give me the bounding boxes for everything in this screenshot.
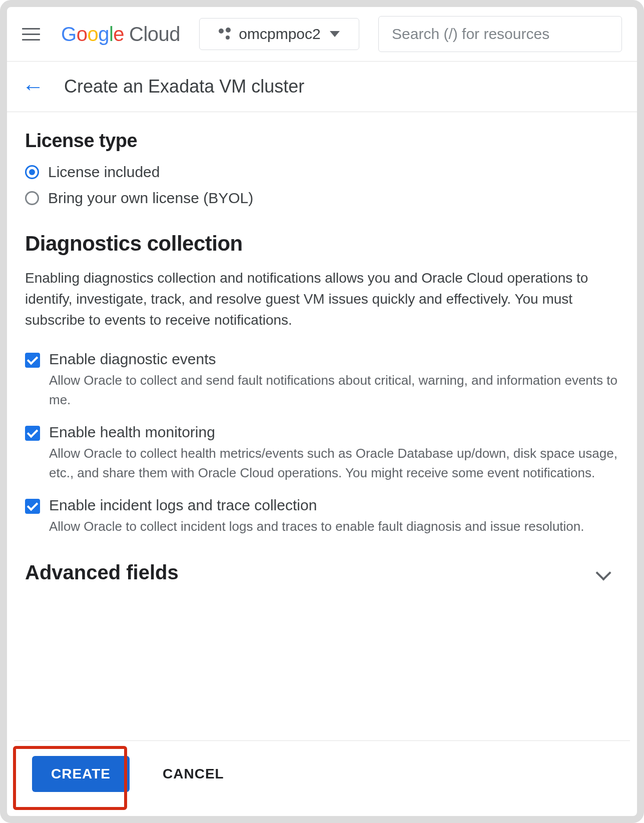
logo-letter: o (87, 23, 98, 45)
advanced-fields-expander[interactable]: Advanced fields (25, 561, 619, 584)
logo-letter: o (77, 23, 88, 45)
checkbox-icon (25, 499, 40, 514)
checkbox-label: Enable health monitoring (49, 424, 619, 441)
diagnostics-description: Enabling diagnostics collection and noti… (25, 268, 619, 331)
page-title: Create an Exadata VM cluster (64, 76, 304, 97)
logo-letter: G (61, 23, 77, 45)
diagnostics-heading: Diagnostics collection (25, 232, 619, 256)
radio-label: Bring your own license (BYOL) (48, 190, 253, 207)
checkbox-sublabel: Allow Oracle to collect health metrics/e… (49, 444, 619, 483)
create-button[interactable]: CREATE (32, 756, 130, 792)
menu-icon[interactable] (22, 24, 42, 44)
logo-letter: g (98, 23, 109, 45)
checkbox-label: Enable incident logs and trace collectio… (49, 497, 584, 514)
checkbox-sublabel: Allow Oracle to collect incident logs an… (49, 517, 584, 536)
logo-letter: e (113, 23, 124, 45)
radio-label: License included (48, 164, 160, 181)
page-header: ← Create an Exadata VM cluster (7, 62, 637, 112)
radio-icon (25, 191, 39, 205)
logo-letter: l (109, 23, 113, 45)
license-radio-group: License included Bring your own license … (25, 164, 619, 207)
radio-byol[interactable]: Bring your own license (BYOL) (25, 190, 619, 207)
google-cloud-logo[interactable]: Google Cloud (61, 23, 180, 46)
project-icon (219, 29, 230, 40)
main-content: License type License included Bring your… (7, 112, 637, 748)
logo-cloud-text: Cloud (129, 23, 180, 46)
radio-icon (25, 165, 39, 179)
cancel-button[interactable]: CANCEL (160, 765, 227, 782)
project-name: omcpmpoc2 (239, 26, 320, 43)
checkbox-sublabel: Allow Oracle to collect and send fault n… (49, 371, 619, 410)
footer-bar: CREATE CANCEL (14, 740, 630, 809)
chevron-down-icon (595, 565, 611, 580)
license-heading: License type (25, 130, 619, 152)
radio-license-included[interactable]: License included (25, 164, 619, 181)
project-picker[interactable]: omcpmpoc2 (199, 18, 359, 50)
checkbox-health-monitoring[interactable]: Enable health monitoring Allow Oracle to… (25, 424, 619, 483)
search-input[interactable]: Search (/) for resources (378, 16, 622, 52)
checkbox-incident-logs[interactable]: Enable incident logs and trace collectio… (25, 497, 619, 536)
chevron-down-icon (330, 31, 340, 37)
advanced-heading: Advanced fields (25, 561, 179, 584)
checkbox-diagnostic-events[interactable]: Enable diagnostic events Allow Oracle to… (25, 351, 619, 410)
checkbox-icon (25, 353, 40, 368)
checkbox-label: Enable diagnostic events (49, 351, 619, 368)
top-bar: Google Cloud omcpmpoc2 Search (/) for re… (7, 7, 637, 62)
checkbox-icon (25, 426, 40, 441)
back-arrow-icon[interactable]: ← (22, 76, 44, 98)
